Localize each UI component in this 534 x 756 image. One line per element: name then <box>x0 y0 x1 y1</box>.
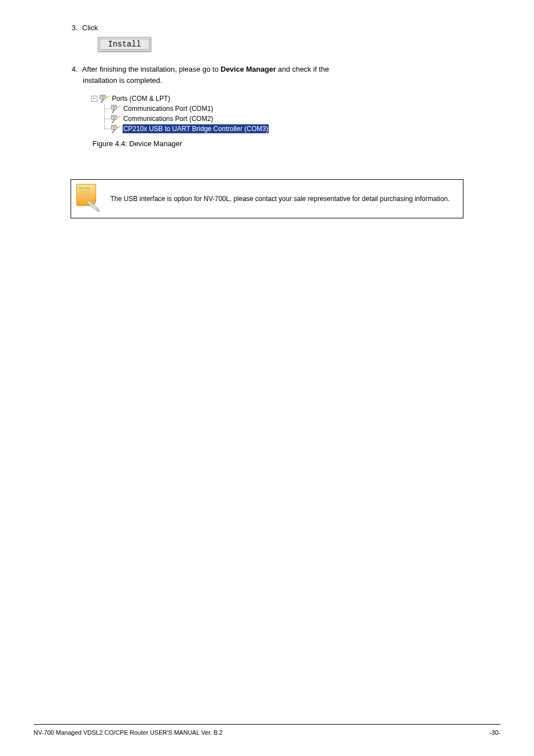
note-box: Notes.mpp The USB interface is option fo… <box>71 179 463 218</box>
tree-line-icon: ├┄ <box>90 104 110 114</box>
step3-number: 3. <box>72 22 78 34</box>
tree-item-label: Communications Port (COM2) <box>123 114 214 123</box>
tree-item[interactable]: ├┄ Communications Port (COM1) <box>90 104 500 114</box>
device-manager-tree: − Ports (COM & LPT) ├┄ <box>90 94 500 134</box>
svg-point-19 <box>113 127 114 128</box>
collapse-icon[interactable]: − <box>91 96 97 102</box>
tree-line-icon: └┄ <box>90 124 110 134</box>
svg-point-23 <box>114 128 115 129</box>
tree-item[interactable]: ├┄ Communications Port (COM2) <box>90 114 500 124</box>
tree-root-label: Ports (COM & LPT) <box>111 94 171 103</box>
step4-line2: installation is completed. <box>83 75 500 87</box>
svg-point-21 <box>115 127 116 128</box>
svg-point-22 <box>113 128 114 129</box>
svg-rect-18 <box>111 125 116 129</box>
step4-line1c: and check if the <box>276 65 329 73</box>
port-icon <box>111 114 121 123</box>
svg-point-10 <box>113 108 114 109</box>
svg-point-3 <box>104 96 105 97</box>
svg-point-16 <box>113 118 114 119</box>
tree-line-icon: ├┄ <box>90 114 110 124</box>
step3-text: Click <box>82 22 98 34</box>
svg-point-1 <box>101 96 102 97</box>
svg-point-4 <box>102 97 103 99</box>
notepad-icon: Notes.mpp <box>74 183 100 214</box>
svg-rect-12 <box>111 115 116 119</box>
device-manager-label: Device Manager <box>221 65 276 73</box>
svg-rect-6 <box>111 105 116 109</box>
port-icon <box>100 94 110 103</box>
note-text: The USB interface is option for NV-700L,… <box>110 194 449 204</box>
tree-item-label: Communications Port (COM1) <box>123 104 214 113</box>
svg-rect-0 <box>100 95 105 99</box>
svg-point-14 <box>114 116 115 118</box>
page-footer: NV-700 Managed VDSL2 CO/CPE Router USER'… <box>34 724 500 736</box>
svg-point-17 <box>114 118 115 119</box>
svg-point-11 <box>114 108 115 109</box>
svg-point-20 <box>114 127 115 128</box>
svg-point-5 <box>103 97 104 99</box>
svg-point-2 <box>102 96 104 97</box>
svg-point-9 <box>115 106 116 108</box>
port-icon <box>111 124 121 133</box>
svg-point-7 <box>113 106 114 108</box>
step4-line1a: After finishing the installation, please… <box>82 65 221 73</box>
svg-point-15 <box>115 116 116 118</box>
footer-separator <box>34 724 500 725</box>
svg-text:Notes.mpp: Notes.mpp <box>79 186 90 189</box>
footer-left: NV-700 Managed VDSL2 CO/CPE Router USER'… <box>34 729 223 736</box>
port-icon <box>111 104 121 113</box>
svg-point-13 <box>113 116 114 118</box>
install-button-label: Install <box>100 39 149 50</box>
tree-item[interactable]: └┄ CP210x USB to UART Bridge Controller … <box>90 124 500 134</box>
step4-number: 4. <box>72 64 78 76</box>
install-button[interactable]: Install <box>98 37 151 52</box>
svg-point-8 <box>114 106 115 108</box>
tree-item-label-selected: CP210x USB to UART Bridge Controller (CO… <box>123 124 269 133</box>
step4: 4. After finishing the installation, ple… <box>72 64 500 87</box>
tree-root-row[interactable]: − Ports (COM & LPT) <box>90 94 500 104</box>
figure-caption: Figure 4.4: Device Manager <box>92 139 500 148</box>
footer-right: -30- <box>489 729 500 736</box>
